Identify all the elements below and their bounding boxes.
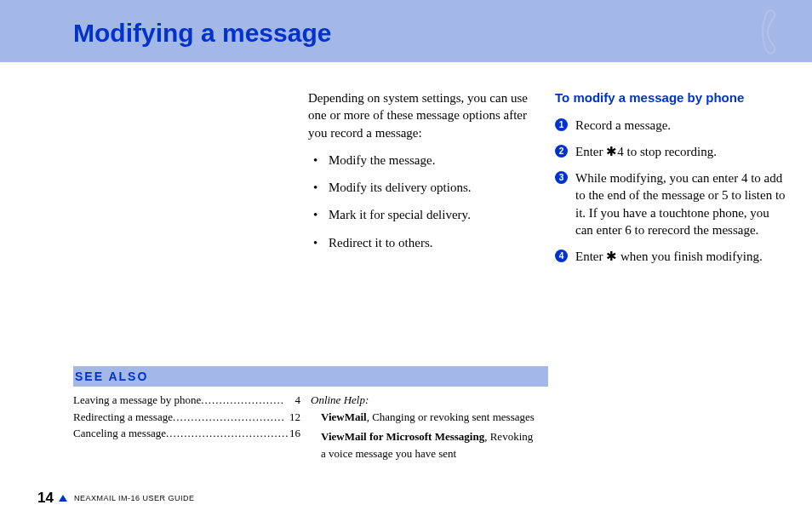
online-help-label: Online Help: (311, 392, 538, 409)
page: Modifying a message Depending on system … (0, 0, 812, 522)
step-item: 1Record a message. (555, 117, 789, 134)
procedure-column: To modify a message by phone 1Record a m… (555, 89, 789, 274)
ref-page: 16 (289, 425, 300, 442)
option-item: Modify the message. (308, 152, 538, 169)
step-number-icon: 1 (555, 118, 568, 131)
step-number-icon: 3 (555, 171, 568, 184)
page-footer: 14 NEAXMAIL IM-16 USER GUIDE (37, 490, 195, 507)
leader-dots: ....................... (201, 392, 294, 409)
step-item: 4Enter ✱ when you finish modifying. (555, 248, 789, 265)
see-also-ref: Canceling a message ....................… (73, 425, 300, 442)
ref-label: Redirecting a message (73, 409, 173, 426)
page-title: Modifying a message (73, 19, 331, 48)
intro-column: Depending on system settings, you can us… (308, 89, 538, 261)
phone-handset-icon (761, 9, 793, 55)
options-list: Modify the message. Modify its delivery … (308, 152, 538, 251)
step-text: While modifying, you can enter 4 to add … (575, 171, 786, 237)
see-also-heading-band: SEE ALSO (73, 366, 548, 387)
step-number-icon: 4 (555, 250, 568, 262)
steps-list: 1Record a message. 2Enter ✱4 to stop rec… (555, 117, 789, 266)
see-also-refs-column: Leaving a message by phone .............… (73, 392, 311, 465)
option-item: Redirect it to others. (308, 234, 538, 251)
footer-page-number: 14 (37, 490, 54, 507)
ref-label: Canceling a message (73, 425, 166, 442)
step-number-icon: 2 (555, 145, 568, 158)
online-help-bold: ViewMail (321, 410, 367, 423)
online-help-item: ViewMail, Changing or revoking sent mess… (311, 409, 538, 426)
procedure-heading: To modify a message by phone (555, 89, 789, 106)
intro-text: Depending on system settings, you can us… (308, 89, 538, 141)
see-also-body: Leaving a message by phone .............… (73, 387, 548, 465)
see-also-online-column: Online Help: ViewMail, Changing or revok… (311, 392, 548, 465)
leader-dots: .................................. (166, 425, 289, 442)
triangle-icon (59, 495, 67, 502)
step-text: Record a message. (575, 118, 671, 132)
step-item: 2Enter ✱4 to stop recording. (555, 143, 789, 160)
step-item: 3While modifying, you can enter 4 to add… (555, 169, 789, 238)
online-help-item: ViewMail for Microsoft Messaging, Revoki… (311, 428, 538, 462)
online-help-rest: , Changing or revoking sent messages (367, 410, 535, 423)
see-also-heading: SEE ALSO (75, 370, 148, 383)
step-text: Enter ✱ when you finish modifying. (575, 250, 763, 263)
ref-label: Leaving a message by phone (73, 392, 201, 409)
ref-page: 4 (295, 392, 301, 409)
footer-guide-name: NEAXMAIL IM-16 USER GUIDE (74, 494, 195, 502)
step-text: Enter ✱4 to stop recording. (575, 145, 717, 158)
leader-dots: ............................... (173, 409, 289, 426)
option-item: Modify its delivery options. (308, 179, 538, 196)
ref-page: 12 (289, 409, 300, 426)
see-also-ref: Leaving a message by phone .............… (73, 392, 300, 409)
option-item: Mark it for special delivery. (308, 206, 538, 223)
online-help-bold: ViewMail for Microsoft Messaging (321, 430, 484, 443)
see-also-block: SEE ALSO Leaving a message by phone ....… (73, 366, 548, 465)
see-also-ref: Redirecting a message ..................… (73, 409, 300, 426)
